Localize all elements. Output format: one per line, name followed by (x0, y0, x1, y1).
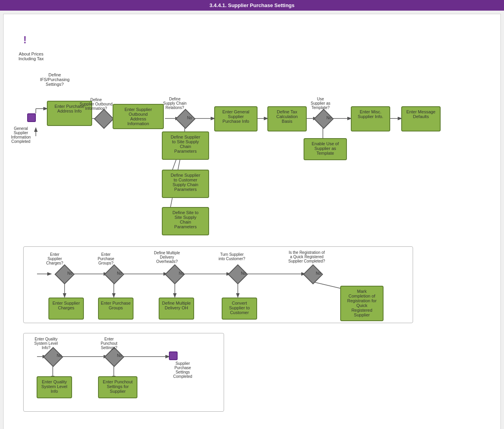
enable-use-template-label: Enable Use ofSupplier asTemplate (311, 141, 339, 155)
registration-q-label: Is the Registration ofa Quick Registered… (279, 250, 334, 263)
general-supplier-completed-rect (27, 113, 36, 122)
turn-supplier-q-label: Turn Supplierinto Customer? (216, 252, 248, 261)
enter-punchout-label: Enter PunchoutSettings forSupplier (103, 379, 133, 394)
no-label-8: No (57, 353, 62, 358)
define-customer-supply-node[interactable]: Define Supplierto CustomerSupply ChainPa… (162, 170, 209, 198)
enter-punchout-node[interactable]: Enter PunchoutSettings forSupplier (98, 376, 137, 398)
no-label-1: No (187, 116, 192, 120)
exclaim-icon: ! (23, 34, 27, 46)
quality-q-label: Enter QualitySystem LevelInfo? (30, 337, 62, 350)
enter-misc-node[interactable]: Enter Misc.Supplier Info. (351, 106, 390, 131)
page-title: 3.4.4.1. Supplier Purchase Settings (209, 2, 295, 8)
convert-supplier-node[interactable]: ConvertSupplier toCustomer (222, 298, 257, 320)
supplier-purchase-completed-rect (169, 351, 178, 360)
enter-message-label: Enter MessageDefaults (406, 109, 435, 119)
no-label-7: No (316, 271, 321, 276)
enter-misc-label: Enter Misc.Supplier Info. (358, 109, 384, 119)
diamond-use-template-label: UseSupplier asTemplate? (303, 97, 338, 110)
enter-quality-label: Enter QualitySystem LevelInfo (41, 379, 67, 394)
enter-purchase-groups-node[interactable]: Enter PurchaseGroups (98, 298, 133, 320)
no-label-6: No (241, 271, 246, 276)
no-label-9: No (117, 353, 122, 358)
diamond-supply-chain-label: DefineSupply ChainRelations? (157, 97, 193, 110)
define-site-to-site-label: Define Site toSite SupplyChainParameters (172, 210, 198, 229)
define-site-to-site-node[interactable]: Define Site toSite SupplyChainParameters (162, 207, 209, 235)
diamond-supply-chain (176, 109, 196, 129)
define-ifs-label: DefineIFS/PurchasingSettings? (37, 72, 72, 87)
convert-supplier-label: ConvertSupplier toCustomer (229, 301, 250, 315)
enter-general-supplier-label: Enter GeneralSupplierPurchase Info (222, 109, 249, 124)
general-supplier-completed-label: GeneralSupplierInformationCompleted (5, 126, 37, 144)
diamond-supplier-outbound-label: DefineSupplier OutboundInformation? (76, 98, 116, 111)
enter-supplier-outbound-node[interactable]: Enter SupplierOutboundAddressInformation (113, 104, 164, 129)
define-multiple-delivery-label: Define MultipleDelivery OH (162, 301, 191, 310)
no-label-2: No (326, 116, 332, 120)
exclaim-label: About Prices Including Tax (15, 52, 47, 61)
define-customer-supply-label: Define Supplierto CustomerSupply ChainPa… (170, 173, 200, 192)
define-tax-calc-label: Define TaxCalculationBasis (276, 109, 298, 124)
define-multiple-delivery-node[interactable]: Define MultipleDelivery OH (159, 298, 194, 320)
define-site-supply-label: Define Supplierto Site SupplyChainParame… (170, 135, 200, 153)
enter-purchase-groups-label: Enter PurchaseGroups (101, 301, 131, 310)
enter-supplier-charges-q-label: EnterSupplierCharges? (39, 252, 70, 265)
mark-completion-node[interactable]: MarkCompletion ofRegistration forQuickRe… (340, 286, 384, 321)
enter-general-supplier-node[interactable]: Enter GeneralSupplierPurchase Info (214, 106, 258, 131)
define-site-supply-node[interactable]: Define Supplierto Site SupplyChainParame… (162, 131, 209, 160)
mark-completion-label: MarkCompletion ofRegistration forQuickRe… (347, 289, 377, 317)
enter-message-node[interactable]: Enter MessageDefaults (401, 106, 441, 131)
enter-supplier-charges-label: Enter SupplierCharges (52, 301, 80, 310)
diagram-container: ! About Prices Including Tax DefineIFS/P… (3, 14, 501, 429)
no-label-3: No (67, 271, 72, 276)
diamond-supplier-outbound (94, 109, 114, 129)
enter-supplier-charges-node[interactable]: Enter SupplierCharges (48, 298, 84, 320)
supplier-purchase-completed-label: SupplierPurchaseSettingsCompleted (165, 361, 200, 379)
define-tax-calc-node[interactable]: Define TaxCalculationBasis (267, 106, 307, 131)
page-title-bar: 3.4.4.1. Supplier Purchase Settings (0, 0, 504, 11)
enter-purchase-groups-q-label: EnterPurchaseGroups? (90, 252, 122, 265)
define-multiple-delivery-q-label: Define MultipleDeliveryOverheads? (147, 251, 187, 264)
enter-quality-node[interactable]: Enter QualitySystem LevelInfo (37, 376, 72, 398)
no-label-5: No (179, 271, 184, 276)
enable-use-template-node[interactable]: Enable Use ofSupplier asTemplate (304, 138, 347, 160)
punchout-q-label: EnterPunchoutSettings? (93, 337, 125, 350)
enter-supplier-outbound-label: Enter SupplierOutboundAddressInformation (124, 107, 152, 126)
no-label-4: No (117, 271, 122, 276)
